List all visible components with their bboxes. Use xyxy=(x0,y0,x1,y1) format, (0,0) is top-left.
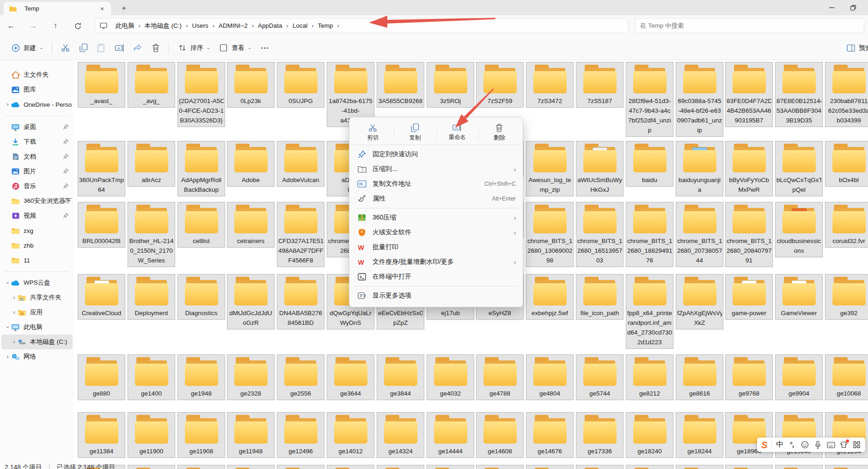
cut-button[interactable] xyxy=(56,40,74,56)
folder-tile[interactable]: ge8212 xyxy=(626,354,673,400)
keyboard-icon[interactable] xyxy=(826,440,835,450)
folder-tile[interactable]: 230bab8781162c05e33ed3ab034399 xyxy=(825,62,868,127)
context-rename-button[interactable]: A重命名 xyxy=(436,120,478,145)
chevron-right-icon[interactable]: › xyxy=(4,353,11,360)
preview-toggle[interactable]: 预览 xyxy=(842,40,868,56)
folder-tile[interactable]: ge11384 xyxy=(78,412,125,458)
folder-tile[interactable]: ge1400 xyxy=(128,354,175,400)
folder-tile[interactable]: ge14676 xyxy=(526,412,574,458)
folder-tile[interactable]: chrome_BITS_12680_1882949176 xyxy=(626,202,673,267)
chevron-down-icon[interactable]: › xyxy=(5,324,11,331)
chevron-right-icon[interactable]: › xyxy=(11,309,18,316)
sidebar-item--[interactable]: ›此电脑 xyxy=(1,320,73,335)
sidebar-item--c-[interactable]: ›本地磁盘 (C:) xyxy=(1,335,73,349)
folder-tile[interactable]: bLcQwCxTqGxTpQel xyxy=(775,141,823,196)
new-tab-button[interactable]: + xyxy=(118,3,129,13)
folder-tile[interactable]: cloudbusinessicons xyxy=(775,202,823,257)
folder-tile[interactable]: CFD327A17E51498A8A2F7DFF6F4566F8 xyxy=(277,202,324,267)
folder-tile[interactable]: ge4804 xyxy=(526,354,574,400)
folder-tile[interactable]: coruid32.fvr xyxy=(825,202,868,248)
menu-item-wrench[interactable]: 属性Alt+Enter xyxy=(352,191,520,206)
folder-tile[interactable]: ge880 xyxy=(78,354,125,400)
folder-tile[interactable]: ge9768 xyxy=(725,354,773,400)
folder-tile[interactable]: _avast_ xyxy=(78,62,125,108)
microphone-icon[interactable] xyxy=(813,440,822,450)
minimize-button[interactable] xyxy=(821,0,842,15)
folder-tile[interactable]: DN4ABA5B27684561BD xyxy=(277,274,324,329)
folder-tile[interactable]: file_icon_path xyxy=(576,274,623,320)
folder-tile[interactable]: 3A5855CB9268 xyxy=(377,62,424,108)
sidebar-item--[interactable]: 桌面 xyxy=(1,120,73,134)
folder-tile[interactable] xyxy=(676,465,723,469)
folder-tile[interactable]: ge11900 xyxy=(128,412,175,458)
folder-tile[interactable]: ge14444 xyxy=(427,412,474,458)
folder-tile[interactable]: BRL000042f8 xyxy=(78,202,125,248)
sidebar-item--[interactable]: ›应用 xyxy=(1,305,73,320)
folder-tile[interactable]: ge4032 xyxy=(427,354,474,400)
folder-tile[interactable] xyxy=(626,465,673,469)
folder-tile[interactable] xyxy=(526,465,574,469)
tab-close-icon[interactable]: × xyxy=(98,5,106,13)
folder-tile[interactable]: baiduyunguanjia xyxy=(676,141,723,196)
folder-tile[interactable]: 7zS2F59 xyxy=(476,62,524,108)
folder-tile[interactable]: ge2328 xyxy=(227,354,275,400)
breadcrumb-separator-icon[interactable]: › xyxy=(336,22,340,29)
folder-tile[interactable] xyxy=(576,465,623,469)
skin-icon[interactable] xyxy=(839,440,848,450)
folder-tile[interactable]: chrome_BITS_12680_1306900298 xyxy=(526,202,574,267)
restore-button[interactable] xyxy=(843,0,863,15)
chevron-right-icon[interactable]: › xyxy=(4,101,11,108)
folder-tile[interactable]: Adobe xyxy=(227,141,275,187)
menu-item-copy-path[interactable]: W..复制文件地址Ctrl+Shift+C xyxy=(352,177,520,191)
sidebar-item--[interactable]: ›网络 xyxy=(1,349,73,364)
sidebar-item-wps-[interactable]: ›WPS云盘 xyxy=(1,275,73,290)
back-button[interactable]: ← xyxy=(4,18,18,33)
breadcrumb-segment[interactable]: Users xyxy=(189,21,211,30)
folder-tile[interactable]: 360UnPackTmp64 xyxy=(78,141,125,196)
context-delete-button[interactable]: 删除 xyxy=(478,120,520,145)
folder-tile[interactable]: ge9904 xyxy=(775,354,823,400)
sidebar-item--[interactable]: 音乐 xyxy=(1,179,73,194)
sidebar-item--[interactable]: 视频 xyxy=(1,208,73,223)
folder-tile[interactable]: ge18240 xyxy=(626,412,673,458)
sidebar-item--[interactable]: 图库 xyxy=(1,82,73,97)
folder-tile[interactable]: 7zS3472 xyxy=(526,62,574,108)
folder-tile[interactable]: game-power xyxy=(725,274,773,320)
folder-tile[interactable]: ge8616 xyxy=(676,354,723,400)
folder-tile[interactable]: 7zS5187 xyxy=(576,62,623,108)
folder-tile[interactable]: 3z5ROj xyxy=(427,62,474,108)
paste-button[interactable] xyxy=(92,40,110,56)
folder-tile[interactable] xyxy=(377,465,424,469)
folder-tile[interactable]: ge392 xyxy=(825,274,868,320)
folder-tile[interactable]: CreativeCloud xyxy=(78,274,125,320)
sidebar-item--[interactable]: 图片 xyxy=(1,164,73,179)
breadcrumb-segment[interactable]: AppData xyxy=(255,21,286,30)
context-cut-button[interactable]: 剪切 xyxy=(352,120,394,145)
forward-button[interactable]: → xyxy=(26,18,41,33)
folder-tile[interactable]: 69c0388a-5745-48e4-bf26-e630907adb61_unz… xyxy=(676,62,723,137)
folder-tile[interactable] xyxy=(476,465,524,469)
explorer-tab[interactable]: Temp × xyxy=(4,2,111,15)
menu-item-pin[interactable]: 固定到快速访问 xyxy=(352,147,520,162)
folder-tile[interactable]: ge3844 xyxy=(377,354,424,400)
folder-tile[interactable]: ge3644 xyxy=(327,354,374,400)
sidebar-item-11[interactable]: 11 xyxy=(1,253,73,268)
sidebar-item-zxg[interactable]: zxg xyxy=(1,223,73,238)
folder-tile[interactable]: 0SUJPG xyxy=(277,62,324,108)
menu-item-app-360zip[interactable]: 360压缩› xyxy=(352,210,520,225)
breadcrumb-segment[interactable]: Local xyxy=(289,21,311,30)
menu-item-app-shield[interactable]: 火绒安全软件› xyxy=(352,225,520,240)
up-button[interactable]: ↑ xyxy=(48,18,63,33)
folder-tile[interactable]: ge14324 xyxy=(377,412,424,458)
folder-tile[interactable] xyxy=(775,465,823,469)
folder-tile[interactable] xyxy=(725,465,773,469)
folder-tile[interactable]: ge1948 xyxy=(177,354,225,400)
folder-tile[interactable]: ge12496 xyxy=(277,412,324,458)
sidebar-item--[interactable]: 主文件夹 xyxy=(1,67,73,82)
sort-button[interactable]: 排序 ⌄ xyxy=(173,40,214,56)
folder-tile[interactable]: 83FE0D4F7A2D4B42B653AA46903195B7 xyxy=(725,62,773,127)
menu-item-zip[interactable]: 压缩到...› xyxy=(352,162,520,177)
sidebar-item--[interactable]: ›共享文件夹 xyxy=(1,290,73,305)
sidebar-item-360-[interactable]: 360安全浏览器下 xyxy=(1,194,73,208)
folder-tile[interactable] xyxy=(825,465,868,469)
